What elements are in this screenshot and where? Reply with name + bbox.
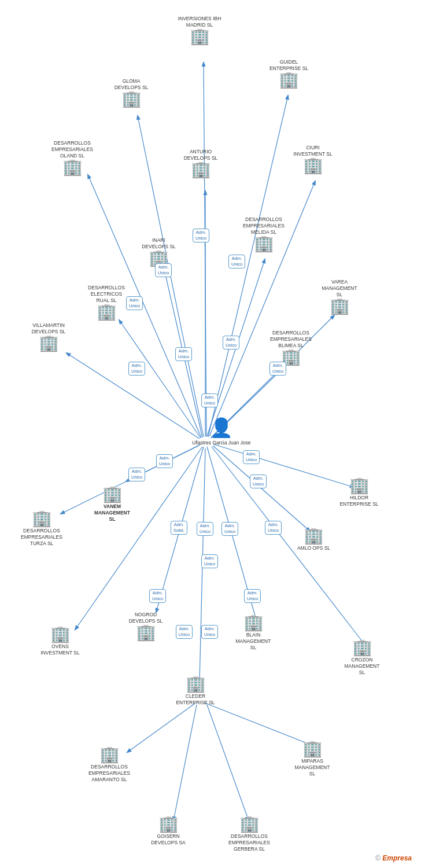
building-vanem: 🏢 <box>102 486 123 502</box>
label-vanem: VANEM MANAGEMENT SL <box>91 503 133 523</box>
svg-line-21 <box>205 703 315 746</box>
building-crozon: 🏢 <box>352 639 372 656</box>
person-icon: 👤 <box>210 417 233 439</box>
label-inversiones-ibh: INVERSIONES IBH MADRID SL <box>176 16 223 28</box>
label-ciuri: CIURI INVESTMENT SL <box>292 145 334 157</box>
building-amlo-ops: 🏢 <box>304 528 324 544</box>
node-guidel: GUIDEL ENTERPRISE SL 🏢 <box>267 58 311 88</box>
node-desarrollos-melida: DESARROLLOS EMPRESARIALES MELIDA SL 🏢 <box>241 215 287 252</box>
label-guidel: GUIDEL ENTERPRISE SL <box>267 59 311 72</box>
node-inversiones-ibh: INVERSIONES IBH MADRID SL 🏢 <box>176 14 223 45</box>
node-goisern: 🏢 GOISERN DEVELOPS SA <box>147 816 189 846</box>
adm-badge-6: Adm.Unico <box>223 336 239 350</box>
building-blain: 🏢 <box>243 615 264 631</box>
adm-badge-18: Adm.Unico <box>244 589 261 603</box>
adm-unico-5: Adm.Unico <box>175 347 192 361</box>
node-varea: VAREA MANAGEMENT SL 🏢 <box>319 278 360 314</box>
node-miparas: 🏢 MIPARAS MANAGEMENT SL <box>292 741 333 777</box>
adm-badge-20: Adm.Unico <box>201 625 218 639</box>
adm-unico-17: Adm.Unico <box>149 589 166 603</box>
adm-unico-16: Adm.Unico <box>201 554 218 568</box>
svg-line-24 <box>207 705 249 821</box>
adm-solid-1: Adm.Solid. <box>171 521 187 535</box>
building-desarrollos-electricos: 🏢 <box>97 304 117 320</box>
svg-line-23 <box>173 705 197 821</box>
label-desarrollos-amaranto: DESARROLLOS EMPRESARIALES AMARANTO SL <box>86 764 133 783</box>
label-varea: VAREA MANAGEMENT SL <box>319 279 360 298</box>
center-person: 👤 Ullastres Garcia Juan Jose <box>192 417 251 446</box>
label-hildor: HILDOR ENTERPRISE SL <box>338 495 380 507</box>
building-goisern: 🏢 <box>158 816 179 832</box>
svg-line-1 <box>208 95 288 437</box>
adm-unico-8: Adm.Unico <box>201 393 218 407</box>
building-hildor: 🏢 <box>349 477 370 494</box>
building-gloma: 🏢 <box>121 91 142 107</box>
label-cleder: CLEDER ENTERPRISE SL <box>175 693 216 706</box>
building-villamartin: 🏢 <box>39 335 59 351</box>
label-amlo-ops: AMLO OPS SL <box>295 545 333 551</box>
node-crozon: 🏢 CROZON MANAGEMENT SL <box>341 639 383 676</box>
label-desarrollos-oland: DESARROLLOS EMPRESARIALES OLAND SL <box>49 140 95 159</box>
building-desarrollos-melida: 🏢 <box>254 236 274 252</box>
adm-unico-10: Adm.Unico <box>243 450 260 464</box>
adm-badge-7: Adm.Unico <box>128 362 145 376</box>
label-desarrollos-melida: DESARROLLOS EMPRESARIALES MELIDA SL <box>241 216 287 236</box>
adm-unico-3: Adm.Unico <box>155 263 172 277</box>
label-villamartin: VILLAMARTIN DEVELOPS SL <box>28 322 69 335</box>
adm-badge-8: Adm.Unico <box>201 393 218 407</box>
label-gloma: GLOMA DEVELOPS SL <box>111 78 152 91</box>
adm-unico-blimea: Adm.Unico <box>269 362 286 376</box>
adm-badge-1: Adm.Unico <box>193 229 209 242</box>
building-varea: 🏢 <box>330 298 350 314</box>
building-desarrollos-amaranto: 🏢 <box>99 746 120 763</box>
label-miparas: MIPARAS MANAGEMENT SL <box>292 758 333 777</box>
adm-unico-9: Adm.Unico <box>156 454 173 468</box>
building-desarrollos-gerbera: 🏢 <box>239 816 260 832</box>
node-gloma: GLOMA DEVELOPS SL 🏢 <box>111 77 152 107</box>
adm-badge-blimea: Adm.Unico <box>269 362 286 376</box>
adm-badge-9: Adm.Unico <box>156 454 173 468</box>
watermark: © Empresa <box>375 854 412 862</box>
adm-badge-14: Adm.Unico <box>221 522 238 536</box>
svg-line-14 <box>214 444 354 487</box>
adm-unico-19: Adm.Unico <box>176 625 193 639</box>
adm-badge-15: Adm.Unico <box>265 521 282 535</box>
label-desarrollos-turza: DESARROLLOS EMPRESARIALES TURZA SL <box>19 528 65 547</box>
adm-unico-2: Adm.Unico <box>228 255 245 269</box>
adm-badge-16: Adm.Unico <box>201 554 218 568</box>
adm-badge-12: Adm.Unico <box>128 468 145 481</box>
building-cleder: 🏢 <box>186 676 206 692</box>
node-vanem: 🏢 VANEM MANAGEMENT SL <box>91 486 133 523</box>
adm-unico-1: Adm.Unico <box>193 229 209 242</box>
adm-badge-4: Adm.Unico <box>126 296 143 310</box>
node-desarrollos-electricos: DESARROLLOS ELECTRICOS RUAL SL 🏢 <box>84 284 129 320</box>
building-ovens: 🏢 <box>50 626 71 642</box>
adm-badge-19: Adm.Unico <box>176 625 193 639</box>
adm-unico-7: Adm.Unico <box>128 362 145 376</box>
label-blain: BLAIN MANAGEMENT SL <box>233 632 274 651</box>
adm-unico-6: Adm.Unico <box>223 336 239 350</box>
node-desarrollos-gerbera: 🏢 DESARROLLOS EMPRESARIALES GERBERA SL <box>226 816 273 852</box>
adm-badge-10: Adm.Unico <box>243 450 260 464</box>
svg-line-22 <box>127 703 195 752</box>
building-inversiones-ibh: 🏢 <box>190 28 210 45</box>
adm-badge-5: Adm.Unico <box>175 347 192 361</box>
adm-badge-17: Adm.Unico <box>149 589 166 603</box>
building-nogrod: 🏢 <box>136 624 156 641</box>
adm-unico-12: Adm.Unico <box>128 468 145 481</box>
adm-unico-14: Adm.Unico <box>221 522 238 536</box>
building-anturio: 🏢 <box>191 161 211 178</box>
adm-unico-20: Adm.Unico <box>201 625 218 639</box>
node-villamartin: VILLAMARTIN DEVELOPS SL 🏢 <box>28 321 69 351</box>
node-ovens: 🏢 OVENS INVESTMENT SL <box>39 626 81 656</box>
adm-badge-13: Adm.Unico <box>197 522 213 536</box>
building-guidel: 🏢 <box>279 72 299 88</box>
node-desarrollos-blimea: DESARROLLOS EMPRESARIALES BLIMEA SL 🏢 <box>267 329 315 365</box>
label-desarrollos-electricos: DESARROLLOS ELECTRICOS RUAL SL <box>84 285 129 304</box>
label-desarrollos-blimea: DESARROLLOS EMPRESARIALES BLIMEA SL <box>267 330 315 349</box>
label-crozon: CROZON MANAGEMENT SL <box>341 657 383 676</box>
adm-unico-4: Adm.Unico <box>126 296 143 310</box>
adm-unico-15: Adm.Unico <box>265 521 282 535</box>
node-desarrollos-turza: 🏢 DESARROLLOS EMPRESARIALES TURZA SL <box>19 510 65 547</box>
node-nogrod: NOGROD DEVELOPS SL 🏢 <box>126 610 165 641</box>
